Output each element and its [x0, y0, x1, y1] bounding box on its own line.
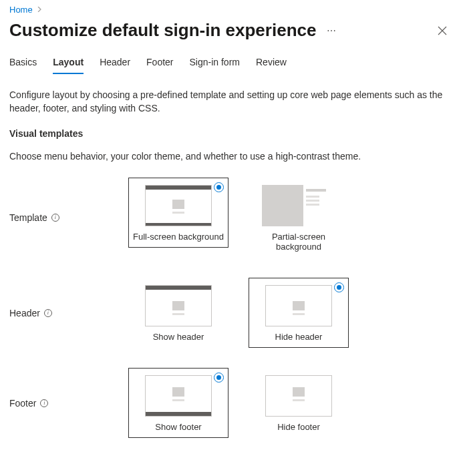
header-option-hide[interactable]: Hide header: [249, 278, 349, 348]
page-header: Customize default sign-in experience ⋯: [9, 20, 452, 41]
footer-option-hide[interactable]: Hide footer: [249, 368, 349, 438]
thumb-partial-screen-icon: [262, 185, 335, 226]
info-icon[interactable]: i: [51, 214, 59, 222]
tab-signin-form[interactable]: Sign-in form: [190, 53, 240, 74]
tab-layout[interactable]: Layout: [53, 53, 84, 74]
template-label: Template: [9, 212, 47, 223]
template-option-full-screen[interactable]: Full-screen background: [128, 178, 228, 258]
footer-option-label: Hide footer: [277, 422, 320, 432]
radio-selected-icon: [334, 282, 344, 292]
header-option-label: Show header: [153, 332, 204, 342]
thumb-show-header-icon: [145, 285, 212, 326]
layout-description: Configure layout by choosing a pre-defin…: [9, 89, 452, 115]
footer-label: Footer: [9, 398, 36, 409]
visual-templates-heading: Visual templates: [9, 128, 452, 139]
template-option-partial-screen[interactable]: Partial-screen background: [249, 178, 349, 258]
template-option-label: Partial-screen background: [249, 232, 348, 252]
tab-basics[interactable]: Basics: [9, 53, 37, 74]
tab-review[interactable]: Review: [256, 53, 287, 74]
footer-option-show[interactable]: Show footer: [128, 368, 228, 438]
radio-selected-icon: [214, 373, 224, 383]
close-button[interactable]: [433, 21, 452, 40]
info-icon[interactable]: i: [44, 309, 52, 317]
thumb-full-screen-icon: [145, 185, 212, 226]
header-label: Header: [9, 308, 40, 318]
header-row: Header i Show header Hide header: [9, 278, 452, 348]
visual-templates-description: Choose menu behavior, your color theme, …: [9, 151, 452, 162]
thumb-hide-footer-icon: [265, 375, 332, 417]
footer-option-label: Show footer: [155, 422, 201, 432]
chevron-right-icon: [37, 6, 42, 13]
thumb-hide-header-icon: [265, 285, 332, 326]
page-title: Customize default sign-in experience: [9, 20, 316, 41]
footer-row: Footer i Show footer Hide footer: [9, 368, 452, 438]
more-actions-button[interactable]: ⋯: [324, 23, 339, 39]
info-icon[interactable]: i: [40, 399, 48, 407]
template-option-label: Full-screen background: [133, 232, 224, 242]
breadcrumb-home-link[interactable]: Home: [9, 5, 33, 15]
header-option-show[interactable]: Show header: [128, 278, 228, 348]
header-option-label: Hide header: [275, 332, 323, 342]
thumb-show-footer-icon: [145, 375, 212, 417]
tab-footer[interactable]: Footer: [146, 53, 173, 74]
tab-header[interactable]: Header: [100, 53, 130, 74]
radio-selected-icon: [214, 182, 224, 192]
breadcrumb: Home: [9, 0, 452, 19]
tabs: Basics Layout Header Footer Sign-in form…: [9, 53, 452, 74]
template-row: Template i Full-screen background: [9, 178, 452, 258]
